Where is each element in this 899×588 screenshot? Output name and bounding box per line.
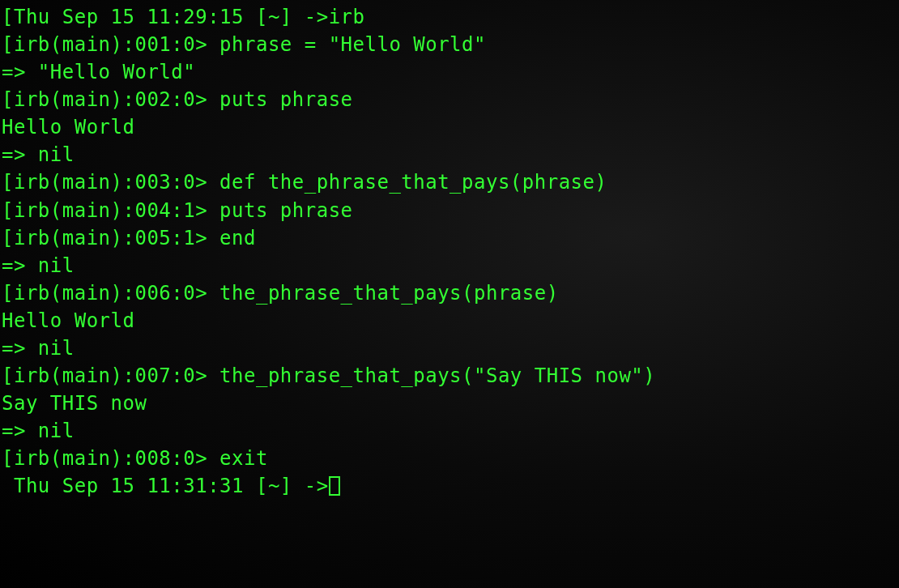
terminal-line: => nil [2,334,897,362]
terminal-line: [irb(main):002:0> puts phrase [2,86,897,113]
terminal-line: [irb(main):001:0> phrase = "Hello World" [2,31,897,58]
terminal-line: [irb(main):006:0> the_phrase_that_pays(p… [2,279,897,307]
terminal-line: [irb(main):003:0> def the_phrase_that_pa… [2,168,897,196]
terminal-window[interactable]: [Thu Sep 15 11:29:15 [~] ->irb [irb(main… [2,3,897,585]
terminal-line: Hello World [2,113,897,141]
terminal-line: [irb(main):008:0> exit [2,445,897,472]
terminal-line: [irb(main):007:0> the_phrase_that_pays("… [2,362,897,390]
terminal-line: Say THIS now [2,390,897,417]
terminal-line: => nil [2,252,897,279]
terminal-line: => nil [2,141,897,168]
terminal-line: Hello World [2,307,897,334]
terminal-line: [irb(main):004:1> puts phrase [2,197,897,224]
terminal-line: => "Hello World" [2,58,897,86]
terminal-prompt: Thu Sep 15 11:31:31 [~] -> [2,475,329,497]
terminal-prompt-line[interactable]: Thu Sep 15 11:31:31 [~] -> [2,472,897,500]
terminal-line: [Thu Sep 15 11:29:15 [~] ->irb [2,3,897,31]
cursor-icon [329,476,340,496]
terminal-line: => nil [2,417,897,445]
terminal-line: [irb(main):005:1> end [2,224,897,252]
